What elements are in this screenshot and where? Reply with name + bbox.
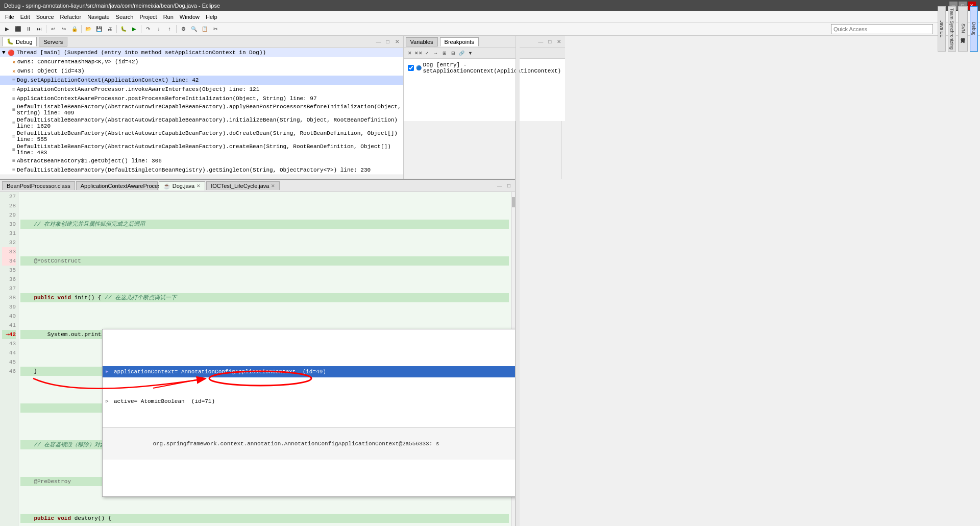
debug-hscroll[interactable] (0, 175, 403, 179)
menu-refactor[interactable]: Refactor (57, 13, 85, 21)
debug-stack-6[interactable]: ≡ DefaultListableBeanFactory(AbstractAut… (0, 143, 403, 156)
debug-owns-2[interactable]: ✕ owns: Object (id=43) (0, 66, 403, 76)
toolbar-misc-3[interactable]: 📋 (200, 24, 210, 34)
toolbar-btn-1[interactable]: ▶ (2, 24, 12, 34)
autocomplete-popup[interactable]: ▶ applicationContext= AnnotationConfigAp… (102, 329, 511, 497)
tab-variables[interactable]: Variables (406, 37, 438, 46)
menu-source[interactable]: Source (33, 13, 57, 21)
var-minimize-btn[interactable]: — (536, 38, 545, 46)
debug-top: 🐛 Debug Servers — □ ✕ (0, 36, 515, 180)
debug-stack-2[interactable]: ≡ ApplicationContextAwareProcessor.postP… (0, 94, 403, 103)
menu-project[interactable]: Project (136, 13, 160, 21)
var-goto-btn[interactable]: → (432, 49, 440, 57)
tab-ioctest[interactable]: IOCTest_LifeCycle.java ✕ (206, 181, 280, 190)
debug-section: 🐛 Debug Servers — □ ✕ (0, 36, 404, 179)
ln-27: 27 (2, 192, 16, 201)
title-bar: Debug - spring-annotation-liayun/src/mai… (0, 0, 980, 11)
toolbar-btn-2[interactable]: ⬛ (13, 24, 23, 34)
code-vscroll-thumb (512, 197, 515, 207)
var-expand-btn[interactable]: ⊞ (440, 49, 449, 57)
ln-41: 41 (2, 321, 16, 330)
ln-39: 39 (2, 302, 16, 312)
servers-tab-label: Servers (43, 39, 63, 45)
tab-ioc-close[interactable]: ✕ (271, 183, 275, 188)
toolbar-sep-1 (46, 25, 46, 33)
var-settings-btn[interactable]: ▼ (467, 49, 475, 57)
menu-navigate[interactable]: Navigate (84, 13, 112, 21)
ac-item-0[interactable]: ▶ applicationContext= AnnotationConfigAp… (103, 366, 511, 377)
debug-stack-7[interactable]: ≡ AbstractBeanFactory$1.getObject() line… (0, 156, 403, 165)
ln-30: 30 (2, 220, 16, 229)
code-content[interactable]: // 在对象创建完并且属性赋值完成之后调用 @PostConstruct pub… (18, 192, 511, 526)
debug-maximize-btn[interactable]: □ (384, 38, 392, 46)
menu-help[interactable]: Help (203, 13, 220, 21)
title-text: Debug - spring-annotation-liayun/src/mai… (4, 3, 220, 9)
toolbar-btn-7[interactable]: 🔒 (69, 24, 80, 34)
var-tabs: Variables Breakpoints (406, 37, 479, 46)
menu-search[interactable]: Search (113, 13, 137, 21)
ln-45: 45 (2, 357, 16, 367)
toolbar-btn-10[interactable]: 🖨 (105, 24, 115, 34)
toolbar-sep-2 (81, 25, 82, 33)
perspective-java-ee[interactable]: Java EE (938, 6, 946, 52)
stack-2-label: ApplicationContextAwareProcessor.postPro… (17, 95, 317, 102)
debug-content: ▼ 🔴 Thread [main] (Suspended (entry into… (0, 48, 403, 175)
debug-stack-3[interactable]: ≡ DefaultListableBeanFactory(AbstractAut… (0, 103, 403, 116)
toolbar-step-over[interactable]: ↷ (143, 24, 153, 34)
menu-window[interactable]: Window (177, 13, 203, 21)
right-scrollbar-area (516, 36, 520, 526)
code-minimize-btn[interactable]: — (496, 182, 504, 190)
debug-tab-servers[interactable]: Servers (39, 37, 67, 46)
debug-owns-1[interactable]: ✕ owns: ConcurrentHashMap<K,V> (id=42) (0, 57, 403, 66)
perspective-debug[interactable]: Debug (970, 6, 978, 52)
var-maximize-btn[interactable]: □ (546, 38, 554, 46)
debug-tab-debug[interactable]: 🐛 Debug (2, 37, 37, 46)
debug-stack-1[interactable]: ≡ ApplicationContextAwareProcessor.invok… (0, 85, 403, 94)
breakpoint-checkbox-0[interactable] (408, 65, 414, 71)
tab-dog-close[interactable]: ✕ (197, 183, 201, 188)
toolbar-btn-5[interactable]: ↩ (48, 24, 58, 34)
toolbar-btn-4[interactable]: ⏭ (34, 24, 44, 34)
toolbar-step-into[interactable]: ↓ (154, 24, 164, 34)
toolbar-misc-1[interactable]: ⚙ (178, 24, 188, 34)
var-link-btn[interactable]: 🔗 (458, 49, 466, 57)
toolbar-misc-2[interactable]: 🔍 (189, 24, 199, 34)
debug-minimize-btn[interactable]: — (375, 38, 383, 46)
code-maximize-btn[interactable]: □ (505, 182, 513, 190)
perspective-svn[interactable]: SVN 资源库研究 (958, 6, 968, 52)
toolbar-btn-3[interactable]: ⏸ (23, 24, 34, 34)
var-collapse-btn[interactable]: ⊟ (449, 49, 457, 57)
toolbar-btn-6[interactable]: ↪ (59, 24, 69, 34)
menu-file[interactable]: File (2, 13, 17, 21)
menu-bar: File Edit Source Refactor Navigate Searc… (0, 11, 980, 22)
menu-edit[interactable]: Edit (17, 13, 33, 21)
toolbar-btn-8[interactable]: 📂 (83, 24, 93, 34)
perspective-team-sync[interactable]: Team Synchronizing (948, 6, 956, 52)
tab-appcontextaware[interactable]: ApplicationContextAwareProcessor.class (76, 181, 158, 190)
quick-access-input[interactable] (831, 24, 933, 34)
owns-icon-2: ✕ (12, 68, 16, 75)
debug-close-btn[interactable]: ✕ (393, 38, 401, 46)
debug-stack-0[interactable]: ≡ Dog.setApplicationContext(ApplicationC… (0, 76, 403, 85)
var-vscroll[interactable] (561, 121, 565, 179)
toolbar-btn-9[interactable]: 💾 (94, 24, 104, 34)
var-close-btn[interactable]: ✕ (555, 38, 563, 46)
var-enable-btn[interactable]: ✓ (423, 49, 431, 57)
breakpoint-item-0[interactable]: 🔵 Dog [entry] - setApplicationContext(Ap… (406, 61, 564, 75)
debug-stack-5[interactable]: ≡ DefaultListableBeanFactory(AbstractAut… (0, 130, 403, 143)
toolbar-step-out[interactable]: ↑ (164, 24, 175, 34)
tab-breakpoints[interactable]: Breakpoints (440, 37, 479, 46)
debug-stack-4[interactable]: ≡ DefaultListableBeanFactory(AbstractAut… (0, 116, 403, 130)
owns-icon-1: ✕ (12, 59, 16, 65)
toolbar-run-btn[interactable]: ▶ (129, 24, 139, 34)
debug-thread-item[interactable]: ▼ 🔴 Thread [main] (Suspended (entry into… (0, 48, 403, 57)
menu-run[interactable]: Run (160, 13, 177, 21)
var-remove-btn[interactable]: ✕ (406, 49, 414, 57)
toolbar-misc-4[interactable]: ✂ (210, 24, 220, 34)
tab-dog-java[interactable]: ☕ Dog.java ✕ (159, 181, 205, 190)
ac-item-1[interactable]: ▷ active= AtomicBoolean (id=71) (103, 396, 511, 407)
tab-beanpostprocessor[interactable]: BeanPostProcessor.class (2, 181, 75, 190)
toolbar-debug-btn[interactable]: 🐛 (118, 24, 129, 34)
var-remove-all-btn[interactable]: ✕✕ (414, 49, 423, 57)
debug-stack-8[interactable]: ≡ DefaultListableBeanFactory(DefaultSing… (0, 165, 403, 175)
